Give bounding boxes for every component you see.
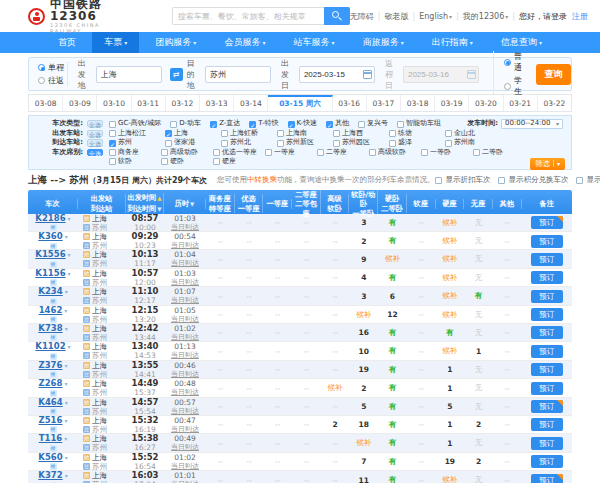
date-tab[interactable]: 03-10 [97,95,131,111]
book-button[interactable]: 预订 [531,271,563,284]
utility-link[interactable]: 敬老版 [385,11,409,22]
date-tab[interactable]: 03-17 [367,95,401,111]
book-button[interactable]: 预订 [531,290,563,303]
book-button[interactable]: 预订 [531,455,563,468]
railway-logo[interactable]: 中国铁路12306 12306 CHINA RAILWAY [28,0,124,34]
same-day-arrival-link[interactable]: 当日到达 [164,259,206,268]
column-header[interactable]: 历时▼ [164,199,206,210]
same-day-arrival-link[interactable]: 当日到达 [164,278,206,287]
sort-desc-icon[interactable]: ▼ [157,206,161,212]
from-station-input[interactable] [96,66,162,83]
filter-checkbox-item[interactable]: 练塘 [389,129,445,138]
book-button[interactable]: 预订 [531,216,563,229]
column-header[interactable]: 其他 [493,199,522,209]
nav-item[interactable]: 信息查询▾ [489,32,554,53]
filter-checkbox-item[interactable]: 苏州南 [445,138,501,147]
train-number-link[interactable]: K1156 [35,268,65,278]
date-tab[interactable]: 03-11 [132,95,166,111]
filter-checkbox-item[interactable]: 软卧 [109,157,161,166]
utility-link[interactable]: 我的12306 [463,11,504,22]
search-input[interactable] [172,7,324,25]
column-header[interactable]: 商务座特等座 [206,194,235,213]
trip-type-radio[interactable]: 往返 [38,75,67,86]
same-day-arrival-link[interactable]: 当日到达 [164,241,206,250]
filter-checkbox-item[interactable]: ✓T-特快 [249,119,278,128]
train-number-link[interactable]: K560 [38,452,62,462]
select-all-chip[interactable]: 全选 [87,139,103,146]
filter-checkbox-item[interactable]: 硬卧 [161,157,213,166]
filter-checkbox-item[interactable]: 上海松江 [109,129,165,138]
filter-checkbox-item[interactable]: 二等卧 [473,148,525,157]
column-header[interactable]: 二等座二等包座 [292,190,321,219]
filter-checkbox-item[interactable]: 张家港 [165,138,221,147]
filter-checkbox-item[interactable]: 高级软卧 [369,148,421,157]
filter-checkbox-item[interactable]: 苏州北 [221,138,277,147]
date-tab[interactable]: 03-18 [401,95,435,111]
swap-stations-icon[interactable]: ⇄ [170,68,183,81]
date-tab[interactable]: 03-22 [538,95,571,111]
sort-desc-icon[interactable]: ▼ [190,201,194,207]
filter-checkbox-item[interactable]: 复兴号 [358,119,388,128]
filter-checkbox-item[interactable]: 上海虹桥 [221,129,277,138]
book-button[interactable]: 预订 [531,437,563,450]
sort-asc-icon[interactable]: ▲ [157,195,161,201]
train-number-link[interactable]: K738 [38,323,62,333]
column-header[interactable]: 硬卧二等卧 [378,194,407,213]
column-header[interactable]: 无座 [464,199,493,209]
same-day-arrival-link[interactable]: 当日到达 [164,296,206,305]
date-tab[interactable]: 03-08 [29,95,63,111]
nav-item[interactable]: 会员服务▾ [212,32,277,53]
filter-checkbox-item[interactable]: ✓K-快速 [288,119,317,128]
column-header[interactable]: 优选一等座 [235,194,264,213]
chevron-down-icon[interactable]: ▾ [64,380,67,387]
train-number-link[interactable]: K2186 [35,214,65,223]
chevron-down-icon[interactable]: ▾ [68,251,71,258]
filter-button[interactable]: 筛选▾ [530,158,565,170]
chevron-down-icon[interactable]: ▾ [65,325,68,332]
display-option-checkbox[interactable]: 显示积分兑换车次 [498,175,569,185]
book-button[interactable]: 预订 [531,235,563,248]
train-number-link[interactable]: K234 [38,286,62,296]
display-option-checkbox[interactable]: 显示折扣车次 [435,175,491,185]
filter-checkbox-item[interactable]: ✓苏州 [109,138,165,147]
nav-item[interactable]: 商旅服务▾ [351,32,416,53]
train-number-link[interactable]: K1556 [35,249,65,259]
same-day-arrival-link[interactable]: 当日到达 [164,425,206,434]
book-button[interactable]: 预订 [531,382,563,395]
same-day-arrival-link[interactable]: 当日到达 [164,462,206,471]
date-tab[interactable]: 03-14 [234,95,268,111]
select-all-chip[interactable]: 全选 [87,130,103,137]
same-day-arrival-link[interactable]: 当日到达 [164,407,206,416]
book-button[interactable]: 预订 [531,363,563,376]
train-number-link[interactable]: Z376 [39,360,63,370]
column-header[interactable]: 备注 [522,199,572,209]
book-button[interactable]: 预订 [531,326,563,339]
query-button[interactable]: 查询 [536,64,571,85]
train-number-link[interactable]: Z516 [39,415,63,425]
filter-checkbox-item[interactable]: GC-高铁/城际 [109,119,161,128]
chevron-down-icon[interactable]: ▾ [64,417,67,424]
book-button[interactable]: 预订 [531,253,563,266]
filter-checkbox-item[interactable]: 商务座 [109,148,161,157]
train-number-link[interactable]: K360 [38,231,62,241]
date-tab[interactable]: 03-13 [200,95,234,111]
date-tab[interactable]: 03-15 周六 [268,95,332,111]
train-number-link[interactable]: T116 [39,433,63,443]
filter-checkbox-item[interactable]: 苏州新区 [277,138,333,147]
train-number-link[interactable]: K464 [38,397,62,407]
filter-checkbox-item[interactable]: 一等座 [265,148,317,157]
same-day-arrival-link[interactable]: 当日到达 [164,443,206,452]
passenger-type-radio[interactable]: 学生 [504,75,522,97]
chevron-down-icon[interactable]: ▾ [65,454,68,461]
book-button[interactable]: 预订 [531,400,563,413]
trip-type-radio[interactable]: 单程 [38,62,67,73]
date-tab[interactable]: 03-16 [333,95,367,111]
transfer-link[interactable]: 中转换乘 [247,175,277,184]
filter-checkbox-item[interactable]: 二等座 [317,148,369,157]
passenger-type-radio[interactable]: 普通 [504,51,522,73]
utility-link[interactable]: 无障碍 [350,11,374,22]
chevron-down-icon[interactable]: ▾ [68,270,71,277]
book-button[interactable]: 预订 [531,345,563,358]
chevron-down-icon[interactable]: ▾ [65,399,68,406]
column-header[interactable]: 软卧/动卧一等卧 [349,190,378,219]
